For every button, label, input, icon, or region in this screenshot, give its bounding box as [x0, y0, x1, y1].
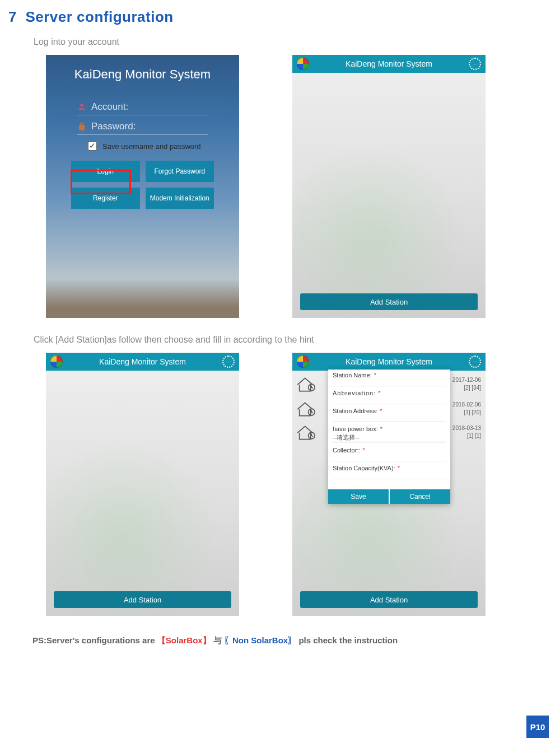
- app-header-2: KaiDeng Monitor System ⋯: [46, 353, 239, 371]
- station-address-field[interactable]: Station Address:*: [328, 405, 450, 415]
- list-date-1: 2017-12-06 [2] [34]: [452, 376, 481, 392]
- paragraph-2: Click [Add Station]as follow then choose…: [0, 324, 560, 353]
- account-label: Account:: [91, 101, 128, 113]
- kd-logo-icon: [297, 356, 309, 368]
- login-screenshot: KaiDeng Monitor System Account: Password…: [46, 55, 239, 318]
- empty-station-screenshot: KaiDeng Monitor System ⋯ Add Station: [292, 55, 486, 318]
- more-icon[interactable]: ⋯: [222, 356, 235, 368]
- forgot-password-button[interactable]: Forgot Password: [146, 161, 214, 182]
- capacity-field[interactable]: Station Capacity(KVA):*: [328, 462, 450, 473]
- checkbox-icon[interactable]: [88, 142, 97, 151]
- password-field[interactable]: Password:: [77, 121, 208, 135]
- app-header: KaiDeng Monitor System ⋯: [292, 55, 486, 73]
- add-station-button-2[interactable]: Add Station: [54, 591, 231, 608]
- section-title: Server configuration: [25, 8, 173, 25]
- station-name-field[interactable]: Station Name:*: [328, 370, 450, 380]
- collector-field[interactable]: Collector::*: [328, 445, 450, 455]
- section-number: 7: [8, 8, 17, 25]
- abbreviation-field[interactable]: Abbreviation:*: [328, 387, 450, 398]
- station-form-dialog: Station Name:* Abbreviation:* Station Ad…: [328, 370, 450, 504]
- kd-logo-icon: [50, 356, 63, 368]
- paragraph-1: Log into your account: [0, 26, 560, 55]
- ps-note: PS:Server's configurations are 【SolarBox…: [0, 621, 560, 646]
- power-box-field: have power box:*: [328, 423, 450, 433]
- header-title: KaiDeng Monitor System: [346, 59, 432, 68]
- save-credentials-row[interactable]: Save username and password: [88, 142, 239, 151]
- header-title-2: KaiDeng Monitor System: [99, 357, 186, 366]
- lock-icon: [77, 121, 87, 132]
- add-station-highlight-screenshot: KaiDeng Monitor System ⋯ Add Station: [46, 353, 239, 616]
- highlight-login: [71, 170, 131, 194]
- password-label: Password:: [91, 121, 136, 132]
- power-box-select[interactable]: --请选择--: [333, 433, 446, 442]
- station-form-screenshot: KaiDeng Monitor System ⋯ 2017-12-06 [2] …: [292, 353, 486, 616]
- house-icon: [296, 424, 318, 441]
- person-icon: [77, 102, 87, 112]
- list-date-2: 2018-02-06 [1] [20]: [452, 401, 481, 417]
- more-icon[interactable]: ⋯: [469, 356, 481, 368]
- cancel-button[interactable]: Cancel: [390, 489, 450, 504]
- house-icon: [296, 401, 318, 418]
- add-station-button[interactable]: Add Station: [300, 293, 478, 310]
- dialog-buttons: Save Cancel: [328, 489, 450, 504]
- account-field[interactable]: Account:: [77, 101, 208, 115]
- section-heading: 7 Server configuration: [0, 0, 560, 26]
- solarbox-text: SolarBox: [166, 635, 203, 645]
- modem-init-button[interactable]: Modem Initialization: [146, 188, 214, 209]
- list-date-3: 2018-03-13 [1] [1]: [452, 424, 481, 440]
- add-station-button-3[interactable]: Add Station: [300, 591, 478, 608]
- page-number-badge: P10: [526, 716, 549, 738]
- screenshot-row-2: KaiDeng Monitor System ⋯ Add Station Kai…: [0, 353, 560, 616]
- login-title: KaiDeng Monitor System: [46, 55, 239, 96]
- app-header-3: KaiDeng Monitor System ⋯: [292, 353, 486, 371]
- more-icon[interactable]: ⋯: [469, 58, 481, 70]
- header-title-3: KaiDeng Monitor System: [346, 357, 432, 366]
- nonsolarbox-text: Non SolarBox: [232, 635, 288, 645]
- save-credentials-label: Save username and password: [102, 142, 201, 151]
- screenshot-row-1: KaiDeng Monitor System Account: Password…: [0, 55, 560, 318]
- save-button[interactable]: Save: [328, 489, 389, 504]
- house-icon: [296, 376, 318, 393]
- kd-logo-icon: [297, 58, 309, 70]
